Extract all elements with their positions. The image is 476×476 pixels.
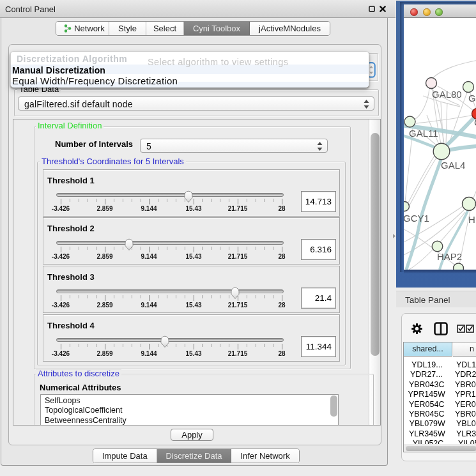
svg-text:HAP2: HAP2 [437, 251, 462, 262]
svg-text:GCY1: GCY1 [404, 213, 429, 224]
svg-text:GAL80: GAL80 [432, 89, 462, 100]
svg-text:GAL4: GAL4 [441, 160, 465, 171]
svg-text:HI: HI [468, 214, 476, 225]
svg-text:GAL11: GAL11 [409, 128, 438, 139]
svg-text:GA: GA [468, 93, 476, 104]
